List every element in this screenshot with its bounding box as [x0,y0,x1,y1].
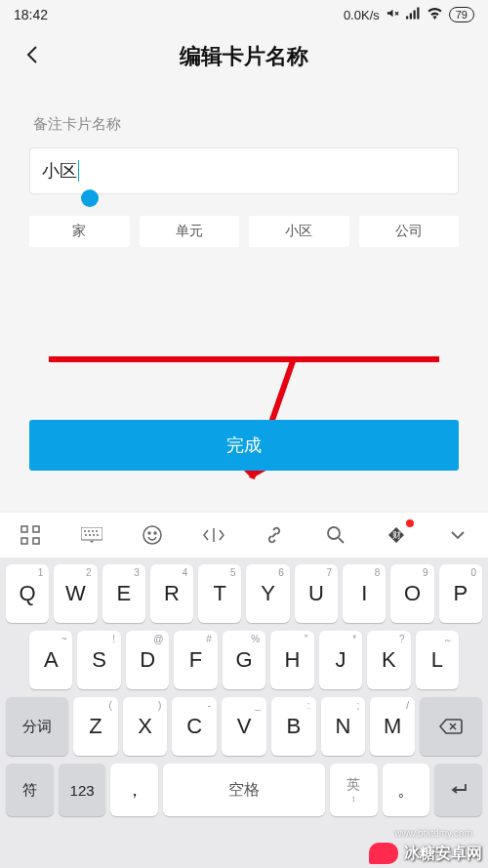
svg-point-14 [96,530,98,532]
svg-rect-6 [21,526,27,532]
key-w[interactable]: W2 [54,564,97,623]
svg-point-16 [89,534,91,536]
done-button[interactable]: 完成 [29,420,459,471]
key-symbol[interactable]: 符 [6,764,54,816]
svg-point-15 [85,534,87,536]
key-l[interactable]: L～ [416,631,459,689]
key-j[interactable]: J* [319,631,362,689]
app-header: 编辑卡片名称 [0,29,488,84]
key-segment[interactable]: 分词 [6,697,68,756]
field-label: 备注卡片名称 [0,98,488,147]
suggestion-chips: 家 单元 小区 公司 [29,216,459,247]
status-time: 18:42 [14,7,48,22]
key-d[interactable]: D@ [126,631,169,689]
svg-point-24 [328,527,340,539]
svg-line-25 [339,538,344,543]
svg-rect-3 [417,8,419,20]
key-row-1: Q1W2E3R4T5Y6U7I8O9P0 [4,564,484,623]
key-r[interactable]: R4 [150,564,193,623]
key-enter[interactable] [434,764,482,816]
key-comma[interactable]: ， [110,764,158,816]
key-numeric[interactable]: 123 [59,764,106,816]
key-x[interactable]: X) [123,697,168,756]
key-z[interactable]: Z( [73,697,118,756]
ime-toolbar: 财 [0,512,488,558]
key-h[interactable]: H" [270,631,313,689]
svg-text:财: 财 [392,530,401,540]
key-g[interactable]: G% [223,631,265,689]
battery-level: 79 [449,7,474,22]
svg-point-20 [143,526,161,544]
status-bar: 18:42 0.0K/s 79 [0,0,488,29]
key-v[interactable]: V_ [222,697,266,756]
chip-community[interactable]: 小区 [249,216,349,247]
svg-marker-19 [90,541,94,543]
status-right: 0.0K/s 79 [344,6,474,23]
svg-rect-7 [33,526,39,532]
ime-search-icon[interactable] [318,517,353,553]
svg-point-18 [97,534,99,536]
key-o[interactable]: O9 [390,564,433,623]
key-m[interactable]: M/ [370,697,415,756]
input-value: 小区 [42,159,77,183]
ime-diamond-icon[interactable]: 财 [379,517,414,553]
svg-point-12 [88,530,90,532]
ime-grid-icon[interactable] [13,517,48,553]
svg-rect-1 [410,14,412,20]
key-period[interactable]: 。 [383,764,430,816]
key-row-4: 符 123 ， 空格 英↕ 。 [4,764,484,816]
svg-point-11 [84,530,86,532]
key-b[interactable]: B: [271,697,316,756]
key-u[interactable]: U7 [295,564,338,623]
key-e[interactable]: E3 [102,564,145,623]
svg-point-22 [154,532,156,534]
key-lang[interactable]: 英↕ [330,764,378,816]
svg-rect-0 [406,17,408,20]
svg-point-13 [92,530,94,532]
key-f[interactable]: F# [174,631,217,689]
svg-rect-2 [413,11,415,20]
chip-unit[interactable]: 单元 [140,216,240,247]
ime-link-icon[interactable] [257,517,292,553]
key-i[interactable]: I8 [343,564,386,623]
key-c[interactable]: C- [172,697,217,756]
svg-rect-9 [33,538,39,544]
ime-expand-icon[interactable] [440,517,475,553]
ime-keyboard-icon[interactable] [74,517,109,553]
ime-cursor-move-icon[interactable] [196,517,231,553]
key-n[interactable]: N; [321,697,366,756]
chip-company[interactable]: 公司 [359,216,460,247]
cursor-handle-icon[interactable] [81,189,99,207]
card-name-input[interactable]: 小区 [29,147,459,194]
key-t[interactable]: T5 [198,564,241,623]
signal-icon [406,7,421,22]
key-q[interactable]: Q1 [6,564,49,623]
back-button[interactable] [21,43,45,66]
key-space[interactable]: 空格 [163,764,325,816]
key-s[interactable]: S! [77,631,120,689]
key-a[interactable]: A~ [29,631,72,689]
svg-point-21 [148,532,150,534]
svg-rect-8 [21,538,27,544]
svg-rect-10 [81,527,102,540]
notification-dot-icon [406,519,414,527]
svg-point-17 [93,534,95,536]
wifi-icon [427,7,443,22]
mute-icon [386,6,400,23]
key-y[interactable]: Y6 [246,564,289,623]
status-net-speed: 0.0K/s [344,8,380,22]
key-backspace[interactable] [420,697,482,756]
text-cursor [78,160,79,182]
ime-emoji-icon[interactable] [135,517,170,553]
key-row-3: 分词Z(X)C-V_B:N;M/ [4,697,484,756]
page-title: 编辑卡片名称 [180,42,308,71]
key-row-2: A~S!D@F#G%H"J*K?L～ [4,631,484,689]
soft-keyboard: Q1W2E3R4T5Y6U7I8O9P0 A~S!D@F#G%H"J*K?L～ … [0,558,488,868]
key-p[interactable]: P0 [439,564,482,623]
key-k[interactable]: K? [367,631,410,689]
chip-home[interactable]: 家 [29,216,130,247]
